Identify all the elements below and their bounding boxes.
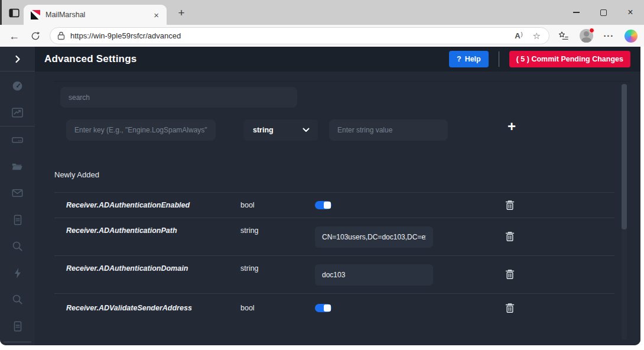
setting-value-input[interactable] [315,226,433,248]
maximize-icon [600,9,607,16]
delete-setting-button[interactable] [504,231,516,242]
trash-icon [505,231,515,242]
document-icon [11,320,24,333]
favorite-star-icon[interactable]: ☆ [533,31,541,41]
type-select-value: string [253,126,303,134]
advanced-settings-content: string + Newly Added Receiver.ADAuthenti… [35,72,640,345]
search-icon [11,239,24,253]
search-input[interactable] [60,87,297,108]
url-text: https://win-9ple59rsfcr/advanced [70,31,181,40]
document-icon [11,213,24,226]
trash-icon [505,303,515,313]
section-title: Newly Added [54,170,99,179]
new-tab-button[interactable]: + [173,5,190,21]
mail-icon [11,186,24,200]
sidebar-bottom-divider [4,342,31,342]
help-button[interactable]: ? Help [449,51,489,67]
mailmarshal-app: Advanced Settings ? Help ( 5 ) Commit Pe… [0,47,640,345]
browser-window: MailMarshal × + × ← https://win-9ple59rs… [0,0,644,350]
workspaces-icon [8,7,21,20]
browser-toolbar: ← https://win-9ple59rsfcr/advanced A) ☆ [0,25,644,47]
bolt-icon [11,267,24,280]
sidebar-item-dashboard[interactable] [0,73,35,99]
sidebar-item-server[interactable] [0,127,35,153]
commit-pending-changes-button[interactable]: ( 5 ) Commit Pending Changes [509,51,630,67]
sidebar-item-reports[interactable] [0,99,35,126]
tab-close-icon[interactable]: × [152,10,161,20]
chart-icon [11,106,24,119]
new-value-input[interactable] [329,119,448,141]
read-aloud-button[interactable]: A) [515,31,522,40]
setting-key: Receiver.ADValidateSenderAddress [54,304,240,312]
copilot-icon[interactable] [625,30,638,43]
mailmarshal-favicon [31,10,40,20]
back-button[interactable]: ← [7,29,21,43]
close-button[interactable]: × [617,0,644,25]
profile-button[interactable] [580,29,593,43]
new-key-input[interactable] [66,119,216,141]
minimize-button[interactable] [562,0,590,25]
delete-setting-button[interactable] [504,302,516,314]
collections-icon[interactable] [557,31,569,41]
setting-toggle[interactable] [315,201,331,209]
window-controls: × [562,0,644,25]
sidebar-item-search-secondary[interactable] [0,286,35,313]
sidebar-item-mail[interactable] [0,180,35,206]
profile-notification-dot [589,28,594,33]
header-separator [499,51,499,67]
setting-key: Receiver.ADAuthenticationPath [54,226,240,235]
sidebar-item-document-secondary[interactable] [0,313,35,339]
scrollbar-thumb[interactable] [622,84,627,229]
folder-icon [11,160,24,173]
browser-tab[interactable]: MailMarshal × [24,5,167,25]
sidebar-expand-button[interactable] [0,47,35,72]
setting-row: Receiver.ADAuthenticationDomain string [54,255,614,293]
delete-setting-button[interactable] [504,199,516,211]
setting-type: bool [240,201,315,209]
settings-menu-button[interactable]: ··· [603,31,614,41]
setting-type: string [240,226,315,235]
add-setting-button[interactable]: + [503,118,520,135]
refresh-icon [30,31,41,41]
tab-strip: MailMarshal × + × [0,0,644,25]
refresh-button[interactable] [28,29,43,43]
delete-setting-button[interactable] [504,268,516,280]
sidebar-item-document[interactable] [0,206,35,233]
chevron-right-icon [12,53,24,65]
setting-row: Receiver.ADValidateSenderAddress bool [54,293,614,322]
server-icon [11,133,24,147]
minimize-icon [573,12,580,12]
setting-toggle[interactable] [315,304,331,312]
tab-title: MailMarshal [45,11,152,19]
sidebar-item-folders[interactable] [0,153,35,180]
setting-value-input[interactable] [315,264,433,286]
setting-key: Receiver.ADAuthenticationEnabled [54,201,240,209]
app-header: Advanced Settings ? Help ( 5 ) Commit Pe… [35,47,640,72]
lock-icon [57,31,65,40]
help-icon: ? [457,55,461,63]
sidebar-item-search[interactable] [0,233,35,260]
app-sidebar [0,47,35,345]
settings-table: Receiver.ADAuthenticationEnabled bool [54,192,614,322]
setting-row: Receiver.ADAuthenticationEnabled bool [54,192,614,218]
tab-workspaces-button[interactable] [7,6,21,20]
back-icon: ← [9,30,19,43]
close-icon: × [627,8,633,17]
chevron-down-icon [303,128,310,132]
search-icon [11,293,24,306]
setting-type: string [240,264,315,273]
toolbar-right: ··· [552,25,643,47]
window-edge [0,0,2,25]
setting-type: bool [240,304,315,312]
page-title: Advanced Settings [44,53,136,65]
setting-key: Receiver.ADAuthenticationDomain [54,264,240,273]
content-divider [54,81,630,82]
sidebar-item-actions[interactable] [0,260,35,286]
setting-row: Receiver.ADAuthenticationPath string [54,218,614,255]
type-select[interactable]: string [243,119,318,141]
address-bar[interactable]: https://win-9ple59rsfcr/advanced A) ☆ [50,27,549,44]
trash-icon [505,269,515,280]
maximize-button[interactable] [590,0,617,25]
content-scrollbar[interactable] [622,84,627,340]
trash-icon [505,200,515,210]
